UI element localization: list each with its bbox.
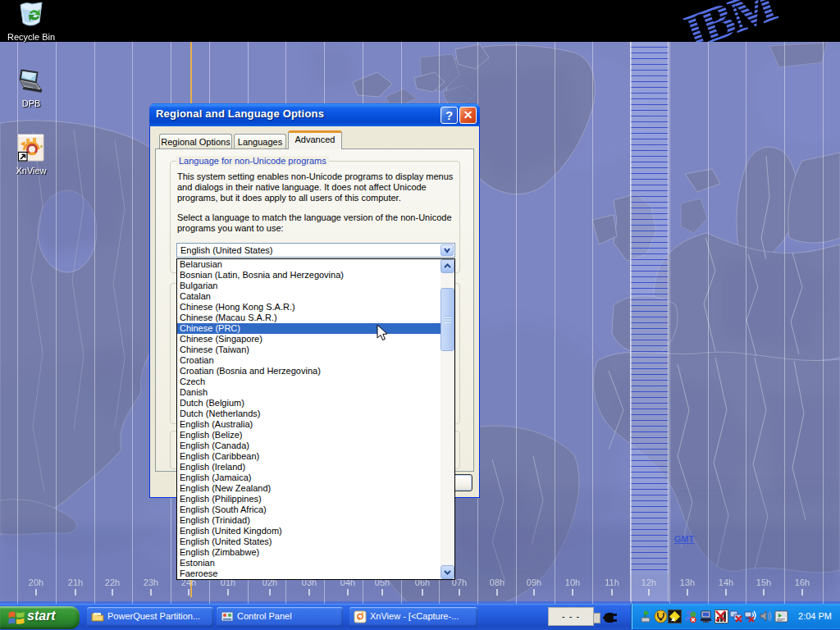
svg-text:IBM: IBM — [678, 0, 783, 42]
